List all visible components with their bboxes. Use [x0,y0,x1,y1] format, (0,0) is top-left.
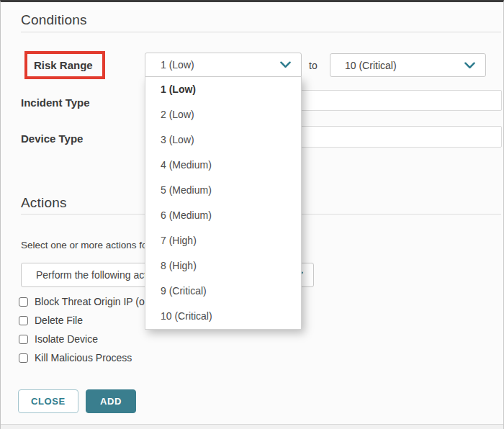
dropdown-option-6-medium[interactable]: 6 (Medium) [145,203,301,228]
device-type-label: Device Type [21,132,83,145]
dropdown-option-9-critical[interactable]: 9 (Critical) [145,279,301,304]
checkbox-label: Delete File [35,315,83,326]
dropdown-option-10-critical[interactable]: 10 (Critical) [145,304,301,329]
dropdown-option-5-medium[interactable]: 5 (Medium) [145,178,301,203]
checkbox-label: Block Threat Origin IP (on [35,296,150,307]
isolate-device-checkbox[interactable] [19,335,28,344]
conditions-divider [21,32,501,32]
close-button[interactable]: CLOSE [18,389,78,413]
checkbox-row-block-threat-origin-ip[interactable]: Block Threat Origin IP (on [19,296,150,307]
risk-range-from-dropdown: 1 (Low) 1 (Low) 2 (Low) 3 (Low) 4 (Mediu… [145,53,302,330]
checkbox-label: Isolate Device [35,333,98,345]
risk-range-to-value: 10 (Critical) [345,60,397,71]
conditions-section-title: Conditions [21,12,87,28]
dropdown-option-3-low[interactable]: 3 (Low) [145,127,301,153]
chevron-down-icon [464,62,475,69]
actions-section-title: Actions [21,195,67,211]
actions-intro-text: Select one or more actions fo [21,240,148,250]
actions-checkbox-list: Block Threat Origin IP (on Delete File I… [19,296,150,363]
incident-type-label: Incident Type [21,96,90,109]
risk-range-from-select[interactable]: 1 (Low) [145,53,302,77]
checkbox-row-kill-malicious-process[interactable]: Kill Malicious Process [19,352,150,363]
delete-file-checkbox[interactable] [19,316,28,325]
dialog-footer-strip [1,424,503,429]
dropdown-option-7-high[interactable]: 7 (High) [145,228,301,253]
dropdown-option-1-low[interactable]: 1 (Low) [145,77,301,102]
risk-range-from-value: 1 (Low) [161,59,194,71]
checkbox-label: Kill Malicious Process [35,352,132,363]
checkbox-row-isolate-device[interactable]: Isolate Device [19,333,150,345]
add-button[interactable]: ADD [86,389,136,413]
risk-range-option-list: 1 (Low) 2 (Low) 3 (Low) 4 (Medium) 5 (Me… [145,77,302,330]
dropdown-option-8-high[interactable]: 8 (High) [145,253,301,279]
risk-range-highlight-box: Risk Range [24,51,105,79]
block-threat-origin-ip-checkbox[interactable] [19,297,28,307]
checkbox-row-delete-file[interactable]: Delete File [19,315,150,326]
chevron-down-icon [280,61,291,68]
dropdown-option-4-medium[interactable]: 4 (Medium) [145,153,301,178]
kill-malicious-process-checkbox[interactable] [19,353,28,363]
risk-range-to-select[interactable]: 10 (Critical) [330,53,486,77]
risk-range-to-word: to [309,60,318,71]
policy-dialog-panel: Conditions Risk Range to 10 (Critical) I… [0,0,504,429]
risk-range-label: Risk Range [34,59,93,71]
action-type-select-value: Perform the following acti [36,269,149,281]
dropdown-option-2-low[interactable]: 2 (Low) [145,102,301,127]
